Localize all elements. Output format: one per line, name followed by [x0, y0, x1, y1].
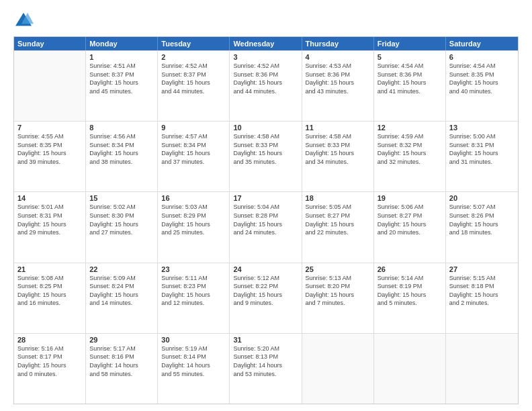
header-day-thursday: Thursday: [302, 37, 374, 50]
cell-info-text: Sunrise: 4:54 AM Sunset: 8:35 PM Dayligh…: [449, 62, 515, 95]
cell-date-number: 21: [17, 265, 82, 273]
cell-info-text: Sunrise: 5:15 AM Sunset: 8:18 PM Dayligh…: [449, 274, 515, 308]
cell-date-number: 26: [378, 265, 442, 273]
calendar-cell: 21Sunrise: 5:08 AM Sunset: 8:25 PM Dayli…: [14, 263, 86, 333]
calendar-cell: 27Sunrise: 5:15 AM Sunset: 8:18 PM Dayli…: [446, 263, 518, 333]
calendar-cell: 23Sunrise: 5:11 AM Sunset: 8:23 PM Dayli…: [158, 263, 230, 333]
cell-info-text: Sunrise: 4:56 AM Sunset: 8:34 PM Dayligh…: [89, 132, 154, 166]
calendar-cell: [302, 334, 374, 404]
calendar-cell: 28Sunrise: 5:16 AM Sunset: 8:17 PM Dayli…: [14, 334, 86, 404]
cell-date-number: 11: [306, 124, 370, 132]
cell-date-number: 28: [17, 336, 82, 344]
calendar-cell: 30Sunrise: 5:19 AM Sunset: 8:14 PM Dayli…: [158, 334, 230, 404]
cell-date-number: 8: [89, 124, 154, 132]
calendar-cell: 19Sunrise: 5:06 AM Sunset: 8:27 PM Dayli…: [374, 192, 446, 262]
calendar-cell: 11Sunrise: 4:58 AM Sunset: 8:33 PM Dayli…: [302, 122, 374, 191]
calendar-cell: 16Sunrise: 5:03 AM Sunset: 8:29 PM Dayli…: [158, 192, 230, 262]
cell-date-number: 25: [306, 265, 370, 273]
calendar-cell: 5Sunrise: 4:54 AM Sunset: 8:36 PM Daylig…: [374, 51, 446, 121]
calendar-cell: 13Sunrise: 5:00 AM Sunset: 8:31 PM Dayli…: [446, 122, 518, 191]
cell-date-number: 17: [233, 194, 298, 202]
cell-info-text: Sunrise: 5:11 AM Sunset: 8:23 PM Dayligh…: [161, 274, 226, 308]
cell-info-text: Sunrise: 5:07 AM Sunset: 8:26 PM Dayligh…: [449, 203, 515, 236]
calendar-cell: 31Sunrise: 5:20 AM Sunset: 8:13 PM Dayli…: [230, 334, 302, 404]
cell-date-number: 6: [449, 53, 515, 61]
calendar-body: 1Sunrise: 4:51 AM Sunset: 8:37 PM Daylig…: [14, 50, 518, 404]
cell-info-text: Sunrise: 5:05 AM Sunset: 8:27 PM Dayligh…: [306, 203, 370, 236]
cell-info-text: Sunrise: 4:58 AM Sunset: 8:33 PM Dayligh…: [306, 132, 370, 166]
logo-icon: [13, 11, 34, 31]
calendar-week-5: 28Sunrise: 5:16 AM Sunset: 8:17 PM Dayli…: [14, 333, 518, 404]
cell-date-number: 1: [89, 53, 154, 61]
cell-date-number: 23: [161, 265, 226, 273]
cell-info-text: Sunrise: 4:55 AM Sunset: 8:35 PM Dayligh…: [17, 132, 82, 166]
cell-date-number: 5: [378, 53, 442, 61]
calendar-week-4: 21Sunrise: 5:08 AM Sunset: 8:25 PM Dayli…: [14, 263, 518, 333]
calendar-cell: 17Sunrise: 5:04 AM Sunset: 8:28 PM Dayli…: [230, 192, 302, 262]
header-day-friday: Friday: [374, 37, 446, 50]
calendar-cell: 3Sunrise: 4:52 AM Sunset: 8:36 PM Daylig…: [230, 51, 302, 121]
calendar-cell: 25Sunrise: 5:13 AM Sunset: 8:20 PM Dayli…: [302, 263, 374, 333]
cell-info-text: Sunrise: 5:08 AM Sunset: 8:25 PM Dayligh…: [17, 274, 82, 308]
cell-date-number: 3: [233, 53, 298, 61]
calendar-cell: 1Sunrise: 4:51 AM Sunset: 8:37 PM Daylig…: [86, 51, 158, 121]
header-day-tuesday: Tuesday: [158, 37, 230, 50]
cell-date-number: 18: [306, 194, 370, 202]
calendar-cell: 24Sunrise: 5:12 AM Sunset: 8:22 PM Dayli…: [230, 263, 302, 333]
calendar-cell: 2Sunrise: 4:52 AM Sunset: 8:37 PM Daylig…: [158, 51, 230, 121]
calendar-cell: 6Sunrise: 4:54 AM Sunset: 8:35 PM Daylig…: [446, 51, 518, 121]
cell-date-number: 22: [89, 265, 154, 273]
header-day-sunday: Sunday: [14, 37, 86, 50]
calendar: SundayMondayTuesdayWednesdayThursdayFrid…: [13, 36, 519, 404]
cell-info-text: Sunrise: 5:19 AM Sunset: 8:14 PM Dayligh…: [161, 345, 226, 378]
calendar-cell: [14, 51, 86, 121]
calendar-cell: [446, 334, 518, 404]
cell-info-text: Sunrise: 5:09 AM Sunset: 8:24 PM Dayligh…: [89, 274, 154, 308]
calendar-week-2: 7Sunrise: 4:55 AM Sunset: 8:35 PM Daylig…: [14, 121, 518, 191]
cell-date-number: 29: [89, 336, 154, 344]
cell-date-number: 20: [449, 194, 515, 202]
page: SundayMondayTuesdayWednesdayThursdayFrid…: [0, 0, 532, 411]
cell-date-number: 15: [89, 194, 154, 202]
cell-info-text: Sunrise: 5:06 AM Sunset: 8:27 PM Dayligh…: [378, 203, 442, 236]
cell-date-number: 30: [161, 336, 226, 344]
cell-info-text: Sunrise: 4:58 AM Sunset: 8:33 PM Dayligh…: [233, 132, 298, 166]
calendar-cell: 29Sunrise: 5:17 AM Sunset: 8:16 PM Dayli…: [86, 334, 158, 404]
cell-date-number: 4: [306, 53, 370, 61]
cell-info-text: Sunrise: 5:00 AM Sunset: 8:31 PM Dayligh…: [449, 132, 515, 166]
cell-info-text: Sunrise: 5:20 AM Sunset: 8:13 PM Dayligh…: [233, 345, 298, 378]
calendar-cell: 26Sunrise: 5:14 AM Sunset: 8:19 PM Dayli…: [374, 263, 446, 333]
cell-info-text: Sunrise: 5:12 AM Sunset: 8:22 PM Dayligh…: [233, 274, 298, 308]
header: [13, 11, 519, 31]
cell-info-text: Sunrise: 5:01 AM Sunset: 8:31 PM Dayligh…: [17, 203, 82, 236]
calendar-header: SundayMondayTuesdayWednesdayThursdayFrid…: [14, 37, 518, 50]
calendar-cell: 14Sunrise: 5:01 AM Sunset: 8:31 PM Dayli…: [14, 192, 86, 262]
cell-date-number: 31: [233, 336, 298, 344]
calendar-cell: 18Sunrise: 5:05 AM Sunset: 8:27 PM Dayli…: [302, 192, 374, 262]
calendar-cell: 10Sunrise: 4:58 AM Sunset: 8:33 PM Dayli…: [230, 122, 302, 191]
cell-info-text: Sunrise: 5:13 AM Sunset: 8:20 PM Dayligh…: [306, 274, 370, 308]
header-day-saturday: Saturday: [446, 37, 518, 50]
calendar-cell: 20Sunrise: 5:07 AM Sunset: 8:26 PM Dayli…: [446, 192, 518, 262]
cell-date-number: 13: [449, 124, 515, 132]
cell-info-text: Sunrise: 5:04 AM Sunset: 8:28 PM Dayligh…: [233, 203, 298, 236]
cell-date-number: 7: [17, 124, 82, 132]
cell-info-text: Sunrise: 4:52 AM Sunset: 8:36 PM Dayligh…: [233, 62, 298, 95]
calendar-cell: 22Sunrise: 5:09 AM Sunset: 8:24 PM Dayli…: [86, 263, 158, 333]
cell-date-number: 14: [17, 194, 82, 202]
cell-date-number: 2: [161, 53, 226, 61]
calendar-cell: 7Sunrise: 4:55 AM Sunset: 8:35 PM Daylig…: [14, 122, 86, 191]
cell-date-number: 24: [233, 265, 298, 273]
cell-info-text: Sunrise: 4:51 AM Sunset: 8:37 PM Dayligh…: [89, 62, 154, 95]
cell-date-number: 16: [161, 194, 226, 202]
calendar-cell: 4Sunrise: 4:53 AM Sunset: 8:36 PM Daylig…: [302, 51, 374, 121]
cell-info-text: Sunrise: 5:03 AM Sunset: 8:29 PM Dayligh…: [161, 203, 226, 236]
cell-info-text: Sunrise: 4:53 AM Sunset: 8:36 PM Dayligh…: [306, 62, 370, 95]
calendar-cell: 8Sunrise: 4:56 AM Sunset: 8:34 PM Daylig…: [86, 122, 158, 191]
cell-info-text: Sunrise: 5:16 AM Sunset: 8:17 PM Dayligh…: [17, 345, 82, 378]
cell-info-text: Sunrise: 5:17 AM Sunset: 8:16 PM Dayligh…: [89, 345, 154, 378]
cell-info-text: Sunrise: 5:14 AM Sunset: 8:19 PM Dayligh…: [378, 274, 442, 308]
header-day-monday: Monday: [86, 37, 158, 50]
cell-date-number: 9: [161, 124, 226, 132]
header-day-wednesday: Wednesday: [230, 37, 302, 50]
